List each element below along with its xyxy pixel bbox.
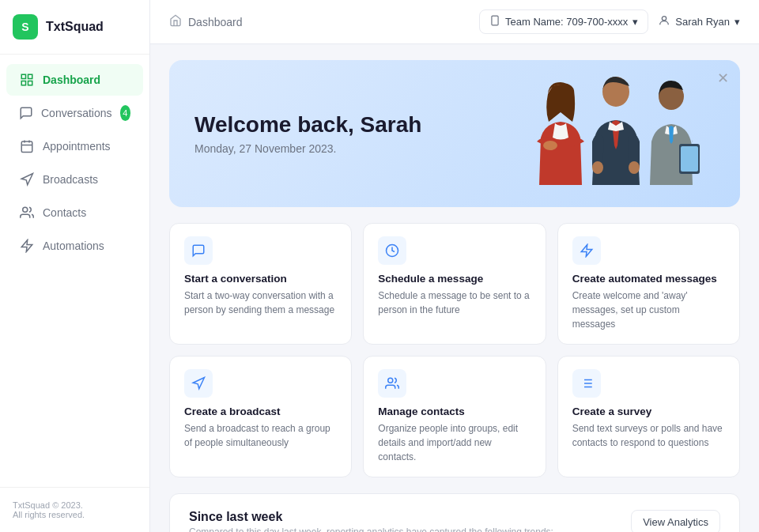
card-create-broadcast[interactable]: Create a broadcast Send a broadcast to r…: [169, 356, 352, 477]
calendar-icon: [19, 138, 35, 154]
action-cards-grid: Start a conversation Start a two-way con…: [169, 223, 740, 477]
svg-rect-3: [21, 81, 25, 85]
sidebar-label-broadcasts: Broadcasts: [43, 173, 98, 186]
sidebar: S TxtSquad Dashboard Conversations 4 App…: [0, 0, 150, 532]
sidebar-item-dashboard[interactable]: Dashboard: [6, 64, 143, 96]
create-broadcast-icon: [184, 369, 213, 398]
svg-rect-4: [21, 141, 32, 153]
analytics-section: Since last week Compared to this day las…: [169, 493, 740, 532]
card-schedule-message[interactable]: Schedule a message Schedule a message to…: [363, 223, 546, 345]
user-menu[interactable]: Sarah Ryan ▾: [658, 14, 740, 29]
welcome-subtitle: Monday, 27 November 2023.: [194, 142, 421, 155]
megaphone-icon: [19, 172, 35, 187]
analytics-header: Since last week Compared to this day las…: [189, 510, 720, 532]
user-chevron-icon: ▾: [734, 16, 740, 28]
close-banner-button[interactable]: ✕: [717, 70, 729, 87]
grid-icon: [19, 72, 35, 88]
page-content: Welcome back, Sarah Monday, 27 November …: [150, 44, 759, 532]
footer-text: TxtSquad © 2023.All rights reserved.: [13, 500, 85, 519]
svg-point-8: [23, 207, 28, 212]
people-illustration: [493, 74, 715, 185]
user-name: Sarah Ryan: [675, 16, 730, 28]
view-analytics-button[interactable]: View Analytics: [631, 510, 720, 532]
card-title-5: Create a survey: [572, 406, 725, 417]
welcome-banner: Welcome back, Sarah Monday, 27 November …: [169, 60, 740, 207]
schedule-message-icon: [378, 236, 406, 265]
chevron-down-icon: ▾: [632, 16, 638, 28]
start-conversation-icon: [184, 236, 213, 265]
topbar-actions: Team Name: 709-700-xxxx ▾ Sarah Ryan ▾: [479, 9, 740, 34]
card-title-4: Manage contacts: [378, 406, 531, 417]
svg-point-17: [629, 161, 640, 174]
card-desc-4: Organize people into groups, edit detail…: [378, 421, 531, 464]
card-start-conversation[interactable]: Start a conversation Start a two-way con…: [169, 223, 352, 345]
breadcrumb: Dashboard: [188, 16, 243, 28]
svg-point-23: [388, 378, 393, 383]
team-name: Team Name: 709-700-xxxx: [505, 16, 628, 28]
svg-point-16: [592, 161, 603, 174]
svg-rect-1: [28, 74, 32, 78]
svg-rect-20: [681, 146, 698, 172]
sidebar-footer: TxtSquad © 2023.All rights reserved.: [0, 487, 149, 532]
phone-icon: [489, 15, 500, 28]
team-selector[interactable]: Team Name: 709-700-xxxx ▾: [479, 9, 648, 34]
card-desc-3: Send a broadcast to reach a group of peo…: [184, 421, 337, 450]
svg-rect-10: [492, 16, 498, 25]
svg-marker-22: [581, 245, 592, 257]
card-desc-1: Schedule a message to be sent to a perso…: [378, 289, 531, 317]
chat-icon: [19, 105, 33, 121]
topbar: Dashboard Team Name: 709-700-xxxx ▾ Sara…: [150, 0, 759, 44]
analytics-subtitle: Compared to this day last week, reportin…: [189, 526, 553, 532]
sidebar-label-appointments: Appointments: [43, 140, 111, 153]
analytics-title: Since last week: [189, 510, 553, 524]
welcome-title: Welcome back, Sarah: [194, 112, 421, 138]
home-icon: [169, 14, 182, 29]
svg-point-12: [663, 17, 666, 21]
banner-illustration: [493, 82, 715, 185]
sidebar-item-appointments[interactable]: Appointments: [6, 130, 143, 162]
card-create-survey[interactable]: Create a survey Send text surveys or pol…: [557, 356, 740, 477]
conversations-badge: 4: [120, 105, 131, 121]
automated-messages-icon: [572, 236, 601, 265]
manage-contacts-icon: [378, 369, 406, 398]
app-name: TxtSquad: [46, 20, 104, 34]
sidebar-item-conversations[interactable]: Conversations 4: [6, 97, 143, 129]
app-logo-icon: S: [13, 14, 38, 40]
sidebar-nav: Dashboard Conversations 4 Appointments B…: [0, 55, 149, 487]
create-survey-icon: [572, 369, 601, 398]
sidebar-label-automations: Automations: [43, 240, 104, 252]
welcome-text: Welcome back, Sarah Monday, 27 November …: [194, 112, 421, 155]
card-title-2: Create automated messages: [572, 273, 725, 285]
card-desc-5: Send text surveys or polls and have cont…: [572, 421, 725, 450]
svg-point-14: [543, 141, 557, 150]
svg-rect-0: [21, 74, 25, 78]
breadcrumb-area: Dashboard: [169, 14, 243, 29]
card-automated-messages[interactable]: Create automated messages Create welcome…: [557, 223, 740, 345]
card-title-1: Schedule a message: [378, 273, 531, 285]
card-title-0: Start a conversation: [184, 273, 337, 285]
logo-area: S TxtSquad: [0, 0, 149, 55]
svg-rect-2: [28, 81, 32, 85]
svg-marker-9: [21, 240, 32, 252]
analytics-title-group: Since last week Compared to this day las…: [189, 510, 553, 532]
card-desc-2: Create welcome and 'away' messages, set …: [572, 289, 725, 331]
sidebar-item-automations[interactable]: Automations: [6, 230, 143, 262]
sidebar-label-dashboard: Dashboard: [43, 74, 100, 86]
card-manage-contacts[interactable]: Manage contacts Organize people into gro…: [363, 356, 546, 477]
users-icon: [19, 205, 35, 221]
main-content: Dashboard Team Name: 709-700-xxxx ▾ Sara…: [150, 0, 759, 532]
sidebar-label-contacts: Contacts: [43, 206, 86, 219]
card-title-3: Create a broadcast: [184, 406, 337, 417]
sidebar-item-contacts[interactable]: Contacts: [6, 197, 143, 228]
user-icon: [658, 14, 670, 29]
card-desc-0: Start a two-way conversation with a pers…: [184, 289, 337, 317]
sidebar-item-broadcasts[interactable]: Broadcasts: [6, 164, 143, 195]
bolt-icon: [19, 238, 35, 254]
sidebar-label-conversations: Conversations: [41, 107, 112, 119]
